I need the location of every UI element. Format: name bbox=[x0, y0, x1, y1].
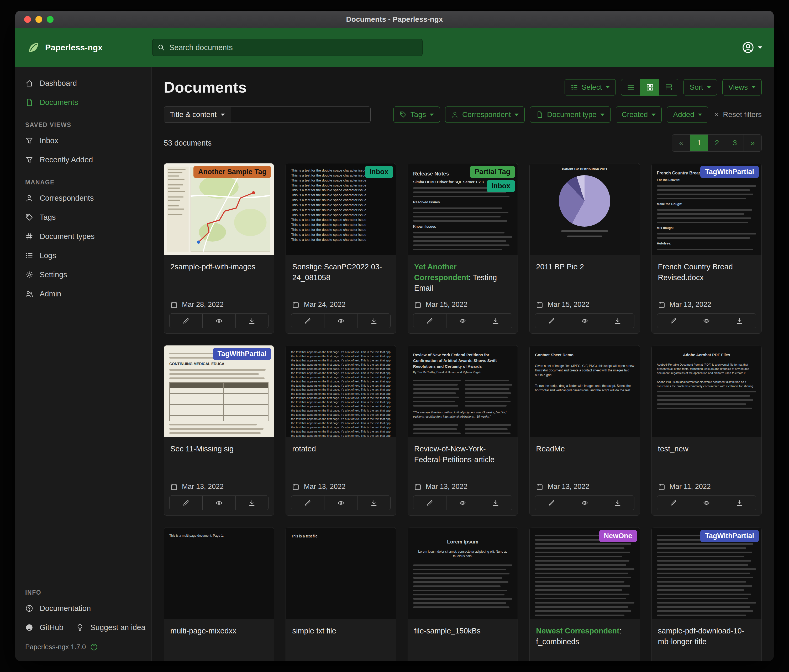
filter-correspondent-button[interactable]: Correspondent bbox=[445, 107, 525, 123]
download-button[interactable] bbox=[357, 314, 390, 328]
document-card[interactable]: Adobe Acrobat PDF FilesAdobe® Portable D… bbox=[652, 345, 762, 516]
page-button-1[interactable]: 1 bbox=[690, 135, 708, 151]
preview-button[interactable] bbox=[446, 314, 479, 328]
sidebar-item-inbox[interactable]: Inbox bbox=[15, 131, 152, 150]
document-thumbnail[interactable]: Patient BP Distribution 2011 bbox=[530, 163, 639, 255]
sidebar-item-admin[interactable]: Admin bbox=[15, 284, 152, 304]
document-card[interactable]: Review of New York Federal Petitions for… bbox=[407, 345, 518, 516]
download-button[interactable] bbox=[479, 496, 512, 510]
preview-button[interactable] bbox=[690, 496, 723, 510]
tag-badge[interactable]: TagWithPartial bbox=[700, 166, 759, 178]
filter-tags-button[interactable]: Tags bbox=[393, 107, 440, 123]
document-thumbnail[interactable]: This is a test file. bbox=[286, 527, 396, 619]
page-button-2[interactable]: 2 bbox=[708, 135, 726, 151]
views-button[interactable]: Views bbox=[722, 79, 762, 96]
filter-query-input[interactable] bbox=[231, 107, 371, 123]
document-thumbnail[interactable]: Review of New York Federal Petitions for… bbox=[408, 346, 517, 437]
close-window-button[interactable] bbox=[24, 16, 31, 23]
download-button[interactable] bbox=[601, 496, 634, 510]
document-title[interactable]: Sonstige ScanPC2022 03-24_081058 bbox=[286, 255, 396, 284]
preview-button[interactable] bbox=[568, 496, 601, 510]
edit-button[interactable] bbox=[535, 496, 568, 510]
user-menu[interactable] bbox=[742, 41, 762, 54]
sidebar-item-document-types[interactable]: Document types bbox=[15, 227, 152, 246]
edit-button[interactable] bbox=[414, 496, 446, 510]
document-title[interactable]: rotated bbox=[286, 437, 396, 456]
document-card[interactable]: Contact Sheet DemoGiven a set of image f… bbox=[529, 345, 640, 516]
preview-button[interactable] bbox=[202, 496, 235, 510]
correspondent-link[interactable]: Yet Another Correspondent bbox=[414, 263, 469, 282]
preview-button[interactable] bbox=[568, 314, 601, 328]
edit-button[interactable] bbox=[535, 314, 568, 328]
app-brand[interactable]: Paperless-ngx bbox=[27, 41, 152, 54]
document-title[interactable]: Newest Correspondent: f_combineds bbox=[530, 619, 639, 648]
document-title[interactable]: ReadMe bbox=[530, 437, 639, 456]
download-button[interactable] bbox=[601, 314, 634, 328]
download-button[interactable] bbox=[723, 314, 756, 328]
download-button[interactable] bbox=[235, 314, 268, 328]
edit-button[interactable] bbox=[291, 496, 324, 510]
preview-button[interactable] bbox=[690, 314, 723, 328]
edit-button[interactable] bbox=[169, 314, 202, 328]
document-card[interactable]: French Country BreadFor the Leaven:Make … bbox=[652, 163, 762, 334]
view-toggle-grid[interactable] bbox=[640, 79, 659, 96]
document-card[interactable]: TagWithPartialsample-pdf-download-10-mb-… bbox=[652, 527, 762, 661]
edit-button[interactable] bbox=[657, 314, 690, 328]
document-title[interactable]: simple txt file bbox=[286, 619, 396, 638]
correspondent-link[interactable]: Newest Correspondent bbox=[536, 627, 619, 635]
tag-badge[interactable]: Inbox bbox=[365, 166, 393, 178]
sidebar-item-suggest-an-idea[interactable]: Suggest an idea bbox=[66, 618, 148, 637]
document-thumbnail[interactable]: Adobe Acrobat PDF FilesAdobe® Portable D… bbox=[652, 346, 762, 437]
tag-badge[interactable]: NewOne bbox=[599, 530, 637, 542]
filter-added-button[interactable]: Added bbox=[667, 107, 708, 123]
document-title[interactable]: file-sample_150kBs bbox=[408, 619, 517, 638]
download-button[interactable] bbox=[479, 314, 512, 328]
tag-badge[interactable]: Another Sample Tag bbox=[193, 166, 272, 178]
sidebar-item-logs[interactable]: Logs bbox=[15, 246, 152, 265]
reset-filters-button[interactable]: Reset filters bbox=[713, 110, 762, 119]
minimize-window-button[interactable] bbox=[35, 16, 42, 23]
download-button[interactable] bbox=[235, 496, 268, 510]
tag-badge[interactable]: TagWithPartial bbox=[213, 348, 272, 360]
edit-button[interactable] bbox=[657, 496, 690, 510]
sort-button[interactable]: Sort bbox=[684, 79, 717, 96]
document-title[interactable]: Review-of-New-York-Federal-Petitions-art… bbox=[408, 437, 517, 467]
search-input[interactable] bbox=[169, 43, 418, 52]
document-title[interactable]: test_new bbox=[652, 437, 762, 456]
document-card[interactable]: Another Sample Tag2sample-pdf-with-image… bbox=[164, 163, 274, 334]
preview-button[interactable] bbox=[324, 496, 357, 510]
document-thumbnail[interactable]: Contact Sheet DemoGiven a set of image f… bbox=[530, 346, 639, 437]
document-title[interactable]: sample-pdf-download-10-mb-longer-title bbox=[652, 619, 762, 648]
sidebar-item-recently-added[interactable]: Recently Added bbox=[15, 150, 152, 169]
document-card[interactable]: This is a test for the double space char… bbox=[286, 163, 396, 334]
document-title[interactable]: 2sample-pdf-with-images bbox=[164, 255, 274, 274]
search-bar[interactable] bbox=[152, 39, 423, 56]
document-title[interactable]: multi-page-mixedxx bbox=[164, 619, 274, 638]
page-next-button[interactable]: » bbox=[744, 135, 762, 151]
filter-created-button[interactable]: Created bbox=[616, 107, 662, 123]
tag-badge[interactable]: TagWithPartial bbox=[700, 530, 759, 542]
document-card[interactable]: CONTINUING MEDICAL EDUCATagWithPartialSe… bbox=[164, 345, 274, 516]
view-toggle-detail[interactable] bbox=[659, 79, 678, 96]
document-title[interactable]: Sec 11-Missing sig bbox=[164, 437, 274, 456]
document-card[interactable]: This is a test file.simple txt file bbox=[286, 527, 396, 661]
sidebar-item-settings[interactable]: Settings bbox=[15, 265, 152, 284]
sidebar-item-correspondents[interactable]: Correspondents bbox=[15, 189, 152, 208]
document-title[interactable]: 2011 BP Pie 2 bbox=[530, 255, 639, 274]
document-card[interactable]: Patient BP Distribution 20112011 BP Pie … bbox=[529, 163, 640, 334]
page-button-3[interactable]: 3 bbox=[726, 135, 744, 151]
document-thumbnail[interactable]: This is a multi page document. Page 1. bbox=[164, 527, 274, 619]
sidebar-item-dashboard[interactable]: Dashboard bbox=[15, 74, 152, 93]
document-thumbnail[interactable]: Lorem ipsumLorem ipsum dolor sit amet, c… bbox=[408, 527, 517, 619]
document-thumbnail[interactable]: the text that appears on the first page.… bbox=[286, 346, 396, 437]
sidebar-item-github[interactable]: GitHub bbox=[15, 618, 66, 637]
document-card[interactable]: Lorem ipsumLorem ipsum dolor sit amet, c… bbox=[407, 527, 518, 661]
edit-button[interactable] bbox=[291, 314, 324, 328]
edit-button[interactable] bbox=[169, 496, 202, 510]
zoom-window-button[interactable] bbox=[47, 16, 54, 23]
download-button[interactable] bbox=[357, 496, 390, 510]
edit-button[interactable] bbox=[414, 314, 446, 328]
preview-button[interactable] bbox=[202, 314, 235, 328]
preview-button[interactable] bbox=[324, 314, 357, 328]
page-prev-button[interactable]: « bbox=[672, 135, 690, 151]
